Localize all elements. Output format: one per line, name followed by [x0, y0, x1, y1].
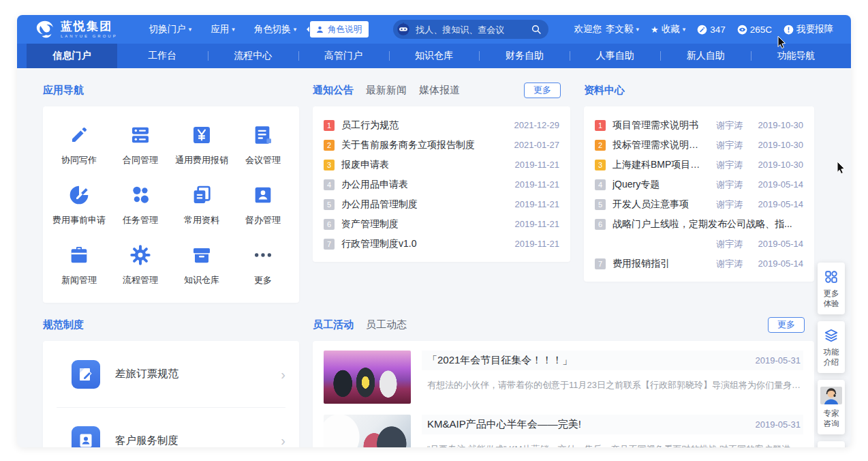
document-row[interactable]: 4 jQuery专题 谢宇涛 2019-05-14: [595, 175, 803, 194]
header-menu-item[interactable]: 应用 ▾: [211, 23, 235, 35]
activity-tabs: 员工活动 员工动态: [313, 318, 407, 331]
news-item[interactable]: 「2021年会节目征集令！！！」 2019-05-31 有想法的小伙伴，请带着你…: [324, 351, 803, 404]
notice-row[interactable]: 3 报废申请表 2019-11-21: [324, 155, 559, 175]
logo[interactable]: 蓝悦集团 LANYUE GROUP: [35, 19, 118, 40]
notice-list: 1 员工行为规范 2021-12-29 2 关于售前服务商务立项报告制度 202…: [313, 106, 570, 262]
activity-tab[interactable]: 员工动态: [366, 318, 407, 331]
rail-tool-label: 功能介绍: [822, 347, 840, 368]
app-icon: [129, 244, 151, 266]
notice-date: 2019-11-21: [514, 160, 559, 170]
app-label: 更多: [254, 274, 272, 286]
section-activities: 员工活动 员工动态 更多 「2021年会节目征集令！！！」: [313, 303, 814, 447]
chevron-down-icon: ▾: [636, 26, 639, 33]
activity-tab[interactable]: 员工活动: [313, 318, 354, 331]
search-input[interactable]: [416, 25, 526, 35]
nav-tab[interactable]: 知识仓库: [389, 44, 480, 68]
app-shortcut[interactable]: 费用事前申请: [48, 184, 110, 226]
rank-badge: 2: [324, 140, 335, 151]
notice-row[interactable]: 2 关于售前服务商务立项报告制度 2021-01-27: [324, 135, 559, 155]
rank-badge: 3: [324, 160, 335, 170]
nav-tab[interactable]: 功能导航: [751, 44, 841, 68]
portal-page: 蓝悦集团 LANYUE GROUP 切换门户 ▾ 应用 ▾: [17, 15, 851, 447]
global-search[interactable]: [393, 20, 548, 39]
news-title: 「2021年会节目征集令！！！」: [427, 354, 743, 367]
app-icon: [191, 124, 213, 146]
app-shortcut[interactable]: 知识仓库: [171, 244, 232, 286]
back-to-top-button[interactable]: [818, 441, 845, 447]
document-title: 费用报销指引: [613, 258, 707, 270]
rail-tool[interactable]: 专家咨询: [818, 380, 845, 434]
nav-tab[interactable]: 高管门户: [298, 44, 389, 68]
favorites-menu[interactable]: ★ 收藏 ▾: [651, 23, 685, 35]
activities-more-button[interactable]: 更多: [768, 317, 805, 333]
notice-tab[interactable]: 通知公告: [313, 84, 354, 97]
nav-tab[interactable]: 流程中心: [208, 44, 298, 68]
rank-badge: 6: [324, 219, 335, 230]
search-icon[interactable]: [531, 24, 542, 35]
nav-tab[interactable]: 工作台: [117, 44, 208, 68]
rule-item[interactable]: 客户服务制度 ›: [57, 407, 285, 447]
app-label: 合同管理: [123, 154, 158, 166]
app-shortcut[interactable]: 更多: [232, 244, 294, 286]
app-icon: [252, 184, 274, 206]
notice-title: 办公用品管理制度: [341, 198, 499, 211]
view-counter[interactable]: 265C: [737, 25, 772, 35]
report-issue-button[interactable]: 我要报障: [784, 23, 833, 35]
nav-tab[interactable]: 信息门户: [27, 44, 117, 68]
notice-title: 员工行为规范: [341, 119, 499, 132]
notice-row[interactable]: 4 办公用品申请表 2019-11-21: [324, 175, 559, 194]
document-title: 上海建科BMP项目参考资料: [613, 159, 707, 171]
floating-toolbar: 更多体验 功能介绍 专家咨询: [818, 263, 845, 447]
nav-tab[interactable]: 人事自助: [570, 44, 660, 68]
user-menu[interactable]: 李文毅 ▾: [606, 23, 639, 35]
document-row[interactable]: 5 开发人员注意事项 谢宇涛 2019-05-14: [595, 194, 803, 214]
news-image: [324, 351, 411, 404]
app-shortcut[interactable]: 会议管理: [232, 124, 294, 166]
app-shortcut[interactable]: 任务管理: [110, 184, 171, 226]
document-row[interactable]: 6 战略门户上线啦，定期发布公司战略、指... 谢宇涛 2019-05-14: [595, 214, 803, 254]
header-menu: 切换门户 ▾ 应用 ▾ 角色切换 ▾: [149, 23, 297, 35]
notice-date: 2021-01-27: [514, 140, 560, 150]
app-shortcut[interactable]: 协同写作: [48, 124, 110, 166]
rule-item[interactable]: 差旅订票规范 ›: [57, 341, 285, 407]
nav-tab[interactable]: 新人自助: [660, 44, 751, 68]
edit-counter[interactable]: 347: [697, 25, 726, 35]
role-description-button[interactable]: 角色说明: [310, 21, 369, 38]
chevron-down-icon: ▾: [294, 26, 297, 33]
rank-badge: 5: [324, 199, 335, 210]
app-shortcut[interactable]: 通用费用报销: [171, 124, 232, 166]
notice-row[interactable]: 5 办公用品管理制度 2019-11-21: [324, 194, 559, 214]
app-shortcut[interactable]: 督办管理: [232, 184, 294, 226]
news-item[interactable]: KM&AIP产品中心半年会——完美! 2019-05-31 “只要专注,就能做成…: [324, 415, 803, 447]
app-icon: [129, 124, 151, 146]
app-icon: [68, 244, 90, 266]
rank-badge: 4: [324, 179, 335, 190]
notice-title: 办公用品申请表: [341, 179, 499, 191]
app-shortcut[interactable]: 新闻管理: [48, 244, 110, 286]
document-row[interactable]: 1 项目管理需求说明书 谢宇涛 2019-10-30: [595, 115, 803, 135]
notice-row[interactable]: 7 行政管理制度v1.0 2019-11-21: [324, 234, 559, 254]
app-icon: [191, 244, 213, 266]
rail-tool[interactable]: 更多体验: [818, 263, 845, 314]
data-center-list: 1 项目管理需求说明书 谢宇涛 2019-10-30 2 投标管理需求说明书(确…: [584, 106, 814, 282]
notice-title: 行政管理制度v1.0: [341, 238, 499, 250]
app-shortcut[interactable]: 常用资料: [171, 184, 232, 226]
user-name: 李文毅: [606, 23, 634, 35]
app-shortcut[interactable]: 合同管理: [110, 124, 171, 166]
header-menu-item[interactable]: 角色切换 ▾: [254, 23, 297, 35]
notice-tab[interactable]: 最新新闻: [366, 84, 407, 97]
nav-tab[interactable]: 财务自助: [479, 44, 570, 68]
notices-more-button[interactable]: 更多: [524, 83, 561, 98]
document-row[interactable]: 3 上海建科BMP项目参考资料 谢宇涛 2019-10-30: [595, 155, 803, 175]
news-title: KM&AIP产品中心半年会——完美!: [427, 418, 743, 431]
document-row[interactable]: 2 投标管理需求说明书(确认版) 谢宇涛 2019-10-30: [595, 135, 803, 155]
rail-tool[interactable]: 功能介绍: [818, 321, 845, 373]
favorites-label: 收藏: [662, 23, 680, 35]
app-shortcut[interactable]: 流程管理: [110, 244, 171, 286]
notice-row[interactable]: 6 资产管理制度 2019-11-21: [324, 214, 559, 234]
chevron-down-icon: ▾: [232, 26, 235, 33]
document-row[interactable]: 7 费用报销指引 谢宇涛 2019-05-14: [595, 254, 803, 273]
notice-tab[interactable]: 媒体报道: [419, 84, 460, 97]
header-menu-item[interactable]: 切换门户 ▾: [149, 23, 192, 35]
notice-row[interactable]: 1 员工行为规范 2021-12-29: [324, 115, 559, 135]
